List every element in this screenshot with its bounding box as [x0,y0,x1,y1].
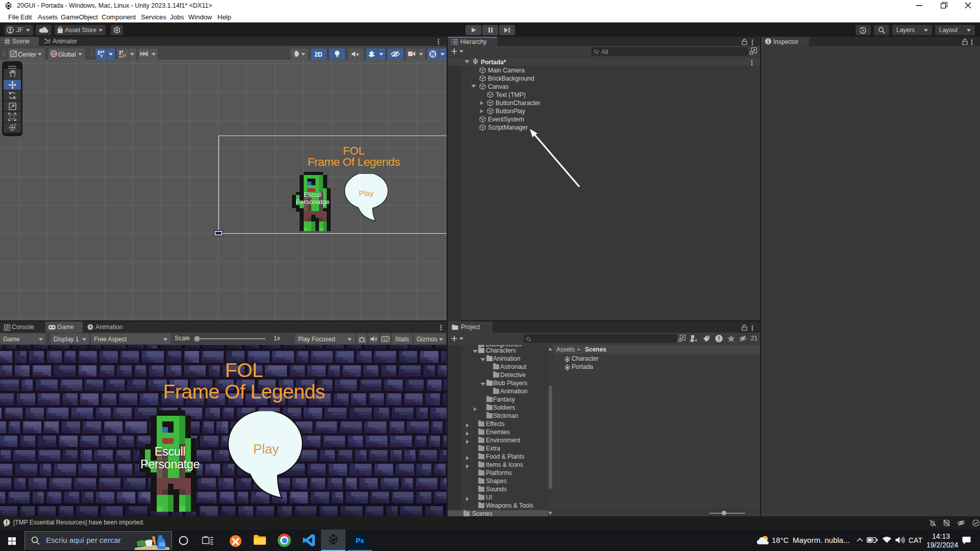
svg-text:Y: Y [100,54,103,58]
svg-text:Ps: Ps [356,537,364,544]
